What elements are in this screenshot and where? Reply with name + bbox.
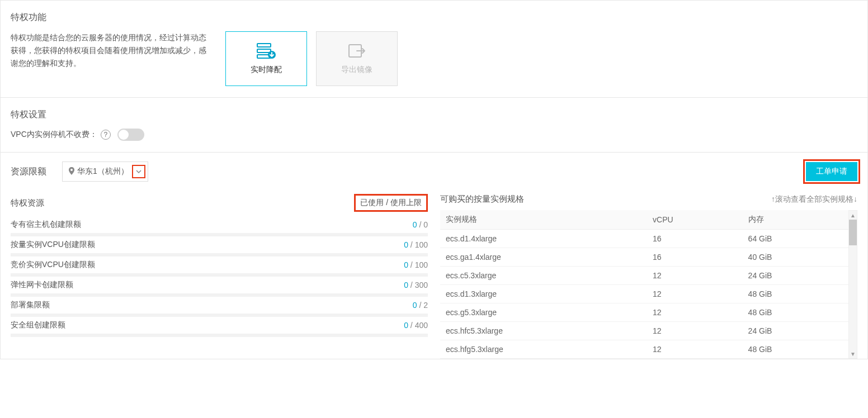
cell-mem: 48 GiB	[743, 340, 848, 359]
scroll-track[interactable]	[849, 220, 857, 349]
table-row[interactable]: ecs.hfc5.3xlarge1224 GiB	[440, 322, 848, 340]
cell-spec: ecs.d1.4xlarge	[440, 230, 647, 248]
table-row[interactable]: ecs.g5.3xlarge1248 GiB	[440, 303, 848, 322]
svg-rect-0	[257, 44, 271, 47]
privilege-resource-panel: 特权资源 已使用 / 使用上限 专有宿主机创建限额0 / 0按量实例VCPU创建…	[11, 194, 428, 359]
cell-spec: ecs.hfc5.3xlarge	[440, 322, 647, 340]
scroll-hint: ↑滚动查看全部实例规格↓	[771, 194, 857, 205]
quota-section: 资源限额 华东1（杭州） 工单申请 特权资源 已使用 / 使用上限 专有宿主机创…	[1, 153, 867, 359]
table-row[interactable]: ecs.d1.4xlarge1664 GiB	[440, 230, 848, 248]
quota-row-values: 0 / 400	[404, 321, 428, 330]
quota-progress-bar	[11, 334, 428, 337]
export-image-icon	[347, 42, 367, 59]
cell-spec: ecs.d1.3xlarge	[440, 285, 647, 303]
cell-mem: 24 GiB	[743, 322, 848, 340]
quota-used: 0	[404, 260, 408, 269]
spec-scrollbar[interactable]: ▲ ▼	[848, 210, 857, 359]
help-icon[interactable]: ?	[101, 130, 111, 140]
quota-row-label: 部署集限额	[11, 300, 50, 310]
table-row[interactable]: ecs.hfg5.3xlarge1248 GiB	[440, 340, 848, 359]
col-mem: 内存	[743, 210, 848, 230]
region-label: 华东1（杭州）	[77, 167, 129, 177]
instance-spec-table: 实例规格 vCPU 内存 ecs.d1.4xlarge1664 GiBecs.g…	[440, 210, 848, 359]
cell-vcpu: 12	[647, 340, 743, 359]
cell-vcpu: 12	[647, 285, 743, 303]
quota-row-values: 0 / 100	[404, 260, 428, 269]
quota-row-label: 弹性网卡创建限额	[11, 280, 73, 290]
table-row[interactable]: ecs.d1.3xlarge1248 GiB	[440, 285, 848, 303]
table-row[interactable]: ecs.c5.3xlarge1224 GiB	[440, 267, 848, 285]
quota-row-values: 0 / 0	[413, 220, 428, 229]
cell-vcpu: 12	[647, 303, 743, 322]
quota-used: 0	[404, 321, 408, 330]
quota-progress-bar	[11, 273, 428, 277]
table-row[interactable]: ecs.ga1.4xlarge1640 GiB	[440, 248, 848, 267]
cell-spec: ecs.c5.3xlarge	[440, 267, 647, 285]
cell-vcpu: 12	[647, 322, 743, 340]
server-download-icon	[256, 42, 276, 59]
quota-used: 0	[413, 301, 417, 310]
features-description: 特权功能是结合您的云服务器的使用情况，经过计算动态获得，您获得的特权项目会随着使…	[11, 31, 212, 70]
feature-card-downgrade-label: 实时降配	[251, 65, 282, 75]
chevron-down-icon[interactable]	[132, 165, 145, 178]
scroll-thumb[interactable]	[849, 220, 857, 245]
instance-spec-panel: 可购买的按量实例规格 ↑滚动查看全部实例规格↓ 实例规格 vCPU 内存	[440, 194, 857, 359]
feature-card-export-image-label: 导出镜像	[341, 65, 372, 75]
cell-vcpu: 12	[647, 267, 743, 285]
region-select[interactable]: 华东1（杭州）	[62, 162, 148, 182]
quota-row-label: 专有宿主机创建限额	[11, 220, 81, 230]
scroll-down-icon[interactable]: ▼	[850, 349, 856, 358]
location-pin-icon	[68, 167, 75, 177]
features-section: 特权功能 特权功能是结合您的云服务器的使用情况，经过计算动态获得，您获得的特权项…	[1, 1, 867, 98]
vpc-stop-no-charge-toggle[interactable]	[117, 129, 144, 141]
cell-mem: 48 GiB	[743, 303, 848, 322]
quota-row: 竞价实例VCPU创建限额0 / 100	[11, 260, 428, 277]
apply-ticket-button[interactable]: 工单申请	[806, 162, 857, 181]
quota-title: 资源限额	[11, 166, 46, 178]
quota-progress-bar	[11, 253, 428, 256]
used-limit-header: 已使用 / 使用上限	[354, 194, 428, 212]
cell-spec: ecs.ga1.4xlarge	[440, 248, 647, 267]
col-spec: 实例规格	[440, 210, 647, 230]
cell-spec: ecs.g5.3xlarge	[440, 303, 647, 322]
quota-row-values: 0 / 100	[404, 240, 428, 249]
quota-progress-bar	[11, 233, 428, 236]
cell-vcpu: 16	[647, 248, 743, 267]
quota-row-values: 0 / 2	[413, 301, 428, 310]
quota-row-label: 按量实例VCPU创建限额	[11, 240, 95, 250]
cell-mem: 24 GiB	[743, 267, 848, 285]
col-vcpu: vCPU	[647, 210, 743, 230]
quota-row-label: 安全组创建限额	[11, 320, 65, 330]
cell-vcpu: 16	[647, 230, 743, 248]
privilege-resource-title: 特权资源	[11, 198, 44, 208]
settings-section: 特权设置 VPC内实例停机不收费： ?	[1, 98, 867, 153]
features-title: 特权功能	[11, 12, 857, 23]
quota-row: 按量实例VCPU创建限额0 / 100	[11, 240, 428, 256]
cell-mem: 48 GiB	[743, 285, 848, 303]
settings-title: 特权设置	[11, 109, 857, 121]
instance-spec-title: 可购买的按量实例规格	[440, 194, 524, 205]
feature-card-export-image: 导出镜像	[316, 31, 398, 86]
cell-mem: 40 GiB	[743, 248, 848, 267]
quota-row: 部署集限额0 / 2	[11, 300, 428, 317]
quota-row-values: 0 / 300	[404, 281, 428, 289]
quota-row-label: 竞价实例VCPU创建限额	[11, 260, 95, 270]
scroll-up-icon[interactable]: ▲	[850, 211, 856, 220]
feature-card-downgrade[interactable]: 实时降配	[225, 31, 307, 86]
settings-vpc-label: VPC内实例停机不收费：	[11, 130, 97, 140]
quota-row: 安全组创建限额0 / 400	[11, 320, 428, 337]
cell-mem: 64 GiB	[743, 230, 848, 248]
quota-used: 0	[404, 281, 408, 289]
quota-row: 弹性网卡创建限额0 / 300	[11, 280, 428, 297]
cell-spec: ecs.hfg5.3xlarge	[440, 340, 647, 359]
quota-progress-bar	[11, 293, 428, 297]
quota-used: 0	[404, 240, 408, 249]
quota-used: 0	[413, 220, 417, 229]
quota-progress-bar	[11, 314, 428, 317]
svg-rect-1	[257, 49, 271, 53]
quota-row: 专有宿主机创建限额0 / 0	[11, 220, 428, 236]
